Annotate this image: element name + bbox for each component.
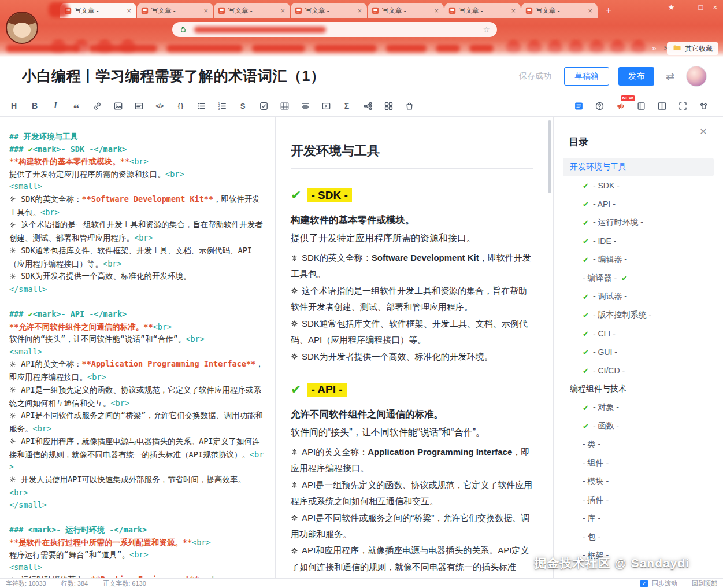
toc-item[interactable]: ✔- 对象 -: [563, 398, 714, 417]
preview-text: SDK通常包括库文件、软件框架、开发工具、文档、示例代码、API（应用程序编程接…: [291, 319, 528, 345]
redacted-bookmark[interactable]: [314, 45, 377, 52]
tab-close-icon[interactable]: ×: [125, 7, 132, 14]
toc-item[interactable]: - 编译器 -✔: [563, 269, 714, 287]
tab-close-icon[interactable]: ×: [279, 7, 286, 14]
source-text: **Application Programming Interface**: [82, 359, 256, 368]
profile-avatar[interactable]: [6, 12, 38, 44]
user-avatar[interactable]: [686, 66, 707, 87]
toolbar-mindmap-icon[interactable]: [361, 99, 375, 113]
toolbar-quote-icon[interactable]: “: [69, 99, 84, 113]
toolbar-grid-icon[interactable]: [381, 99, 396, 113]
bookmarks-overflow-icon[interactable]: »: [652, 43, 657, 53]
toc-item[interactable]: - 组件 -: [563, 454, 714, 472]
source-line: 程序运行需要的“舞台”和“道具”。<br>: [9, 549, 266, 561]
formula-glyph: Σ: [344, 101, 349, 110]
redacted-bookmark[interactable]: [6, 45, 80, 52]
toc-item[interactable]: ✔- 调试器 -: [563, 287, 714, 306]
toolbar-heading-icon[interactable]: H: [7, 99, 21, 113]
toc-item[interactable]: - 插件 -: [563, 491, 714, 509]
bookmark-star-icon[interactable]: ☆: [483, 25, 490, 34]
toc-item[interactable]: - 类 -: [563, 435, 714, 454]
toolbar-strike-icon[interactable]: S: [236, 99, 250, 113]
toolbar-layout-split-icon[interactable]: [655, 99, 669, 113]
toolbar-braces-icon[interactable]: { }: [173, 99, 188, 113]
sync-arrows-icon[interactable]: ⇄: [666, 70, 674, 83]
toolbar-list-ol-icon[interactable]: 123: [215, 99, 229, 113]
browser-tab[interactable]: 写文章 -×: [444, 3, 521, 18]
sync-scroll-label[interactable]: 同步滚动: [652, 579, 677, 588]
toolbar-task-icon[interactable]: [257, 99, 271, 113]
address-bar[interactable]: ☆: [172, 22, 497, 37]
toolbar-video-icon[interactable]: [319, 99, 333, 113]
favorites-star-icon[interactable]: ★: [668, 3, 675, 11]
source-line: API是不同软件或服务之间的“桥梁”，允许它们交换数据、调用功能和服务。<br>: [9, 409, 266, 435]
back-to-top-button[interactable]: 回到顶部: [692, 579, 717, 588]
toc-item[interactable]: - 库 -: [563, 509, 714, 528]
close-button[interactable]: ×: [713, 3, 717, 11]
toolbar-layout-single-icon[interactable]: [634, 99, 648, 113]
toolbar-outline-icon[interactable]: [572, 99, 586, 113]
other-bookmarks-button[interactable]: 其它收藏: [667, 42, 718, 55]
markdown-source[interactable]: ## 开发环境与工具### ✔<mark>- SDK -</mark>**构建软…: [0, 117, 276, 578]
tab-close-icon[interactable]: ×: [510, 7, 517, 14]
preview-bold-text: Software Development Kit: [372, 253, 479, 262]
toc-item[interactable]: ✔- 版本控制系统 -: [563, 306, 714, 324]
toc-item[interactable]: ✔- API -: [563, 195, 714, 213]
toolbar-bold-icon[interactable]: B: [28, 99, 42, 113]
check-icon: ✔: [621, 275, 628, 282]
toc-item[interactable]: ✔- IDE -: [563, 232, 714, 250]
toc-item[interactable]: ✔- 编辑器 -: [563, 250, 714, 269]
browser-tab[interactable]: 写文章 -×: [214, 3, 290, 18]
toolbar-goods-icon[interactable]: [402, 99, 417, 113]
toolbar-fullscreen-icon[interactable]: [676, 99, 690, 113]
toolbar-image-icon[interactable]: [111, 99, 125, 113]
browser-tab[interactable]: 写文章 -×: [60, 3, 136, 18]
toc-item[interactable]: ✔- SDK -: [563, 176, 714, 195]
new-tab-button[interactable]: +: [602, 4, 616, 18]
redacted-bookmark[interactable]: [166, 45, 243, 52]
tab-close-icon[interactable]: ×: [433, 7, 440, 14]
redacted-bookmark[interactable]: [89, 45, 157, 52]
browser-tab[interactable]: 写文章 -×: [368, 3, 444, 18]
toc-item[interactable]: ✔- CI/CD -: [563, 361, 714, 380]
toc-item[interactable]: ✔- 函数 -: [563, 417, 714, 435]
toc-close-icon[interactable]: ×: [700, 125, 707, 137]
browser-tab[interactable]: 写文章 -×: [521, 3, 598, 18]
toolbar-card-icon[interactable]: [132, 99, 146, 113]
toolbar-list-ul-icon[interactable]: [194, 99, 209, 113]
sync-scroll-checkbox[interactable]: ✓: [640, 580, 648, 587]
draft-button[interactable]: 草稿箱: [564, 67, 609, 86]
tab-close-icon[interactable]: ×: [587, 7, 594, 14]
toc-item[interactable]: ✔- 运行时环境 -: [563, 213, 714, 232]
tab-close-icon[interactable]: ×: [356, 7, 363, 14]
toolbar-theme-icon[interactable]: [696, 99, 711, 113]
article-title-input[interactable]: 小白编程丨学习编程需要了解的术语词汇（1）: [22, 66, 519, 86]
toolbar-table-icon[interactable]: [277, 99, 292, 113]
preview-scrollbar[interactable]: [548, 120, 551, 193]
toolbar-link-icon[interactable]: [90, 99, 105, 113]
toc-item[interactable]: - 模块 -: [563, 472, 714, 491]
maximize-button[interactable]: □: [699, 3, 703, 11]
toc-item[interactable]: ✔- CLI -: [563, 324, 714, 343]
toc-item[interactable]: 开发环境与工具: [563, 158, 714, 176]
source-text: ###: [9, 145, 28, 154]
publish-button[interactable]: 发布: [618, 67, 654, 86]
toc-item[interactable]: - 包 -: [563, 528, 714, 546]
tab-title: 写文章 -: [75, 6, 125, 15]
redacted-bookmark[interactable]: [469, 45, 494, 52]
toc-item[interactable]: ✔- GUI -: [563, 343, 714, 361]
browser-tab[interactable]: 写文章 -×: [137, 3, 213, 18]
toolbar-whats-new-icon[interactable]: NEW: [613, 99, 628, 113]
tab-close-icon[interactable]: ×: [202, 7, 209, 14]
toolbar-formula-icon[interactable]: Σ: [340, 99, 354, 113]
toolbar-code-icon[interactable]: </>: [153, 99, 167, 113]
toc-item[interactable]: 编程组件与技术: [563, 380, 714, 398]
toolbar-align-icon[interactable]: [298, 99, 313, 113]
redacted-bookmark[interactable]: [436, 45, 460, 52]
toolbar-italic-icon[interactable]: I: [49, 99, 63, 113]
browser-tab[interactable]: 写文章 -×: [291, 3, 367, 18]
redacted-bookmark[interactable]: [252, 45, 305, 52]
toolbar-help-icon[interactable]: [592, 99, 607, 113]
redacted-bookmark[interactable]: [386, 45, 427, 52]
minimize-button[interactable]: –: [684, 3, 688, 11]
